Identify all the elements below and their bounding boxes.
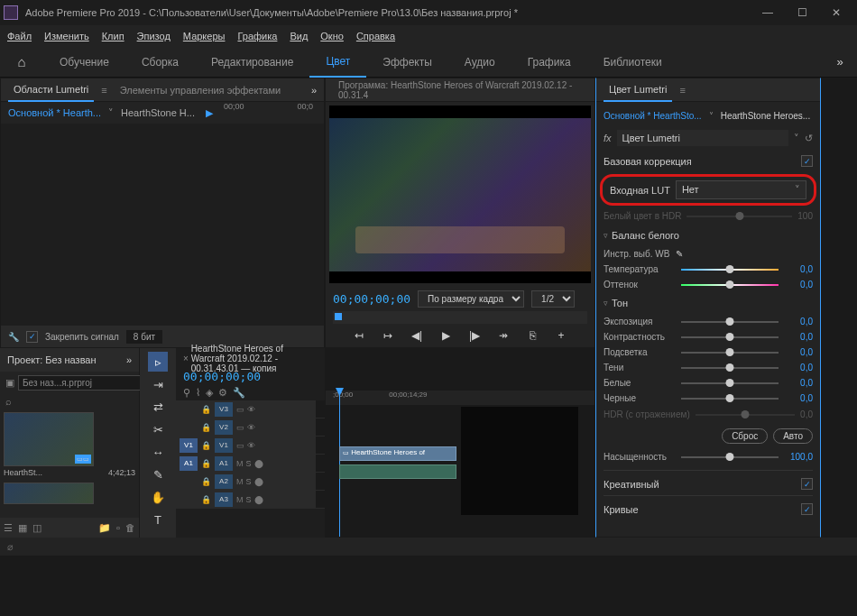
track-a2[interactable]: A2 <box>215 474 233 489</box>
timeline-content[interactable]: ;00;0000;00;14;29 ▭ HearthStone Heroes o… <box>325 348 595 538</box>
project-overflow[interactable]: » <box>126 354 132 365</box>
exposure-value[interactable]: 0,0 <box>784 317 813 326</box>
curves-header[interactable]: Кривые <box>604 504 639 515</box>
panel-menu-icon[interactable]: ≡ <box>101 85 106 96</box>
solo-icon[interactable]: S <box>246 459 252 468</box>
temperature-slider[interactable] <box>681 269 779 271</box>
lumetri-scopes-tab[interactable]: Области Lumetri <box>8 78 94 102</box>
bin-icon[interactable]: ▣ <box>5 377 14 389</box>
menu-sequence[interactable]: Эпизод <box>137 31 170 41</box>
track-select-tool-icon[interactable]: ⇥ <box>148 374 168 394</box>
shadows-slider[interactable] <box>681 367 779 369</box>
project-thumbnail[interactable] <box>4 483 94 504</box>
project-tab[interactable]: Проект: Без назван <box>7 354 97 365</box>
link-icon[interactable]: ⌀ <box>7 541 14 553</box>
new-bin-icon[interactable]: 📁 <box>98 522 111 534</box>
wrench-icon[interactable]: 🔧 <box>233 387 245 399</box>
fx-name[interactable]: Цвет Lumetri <box>617 130 788 146</box>
toggle-output-icon[interactable]: ▭ <box>236 423 244 432</box>
play-icon[interactable]: ▶ <box>437 329 455 342</box>
saturation-value[interactable]: 100,0 <box>784 452 813 462</box>
contrast-value[interactable]: 0,0 <box>784 332 813 342</box>
ws-graphics[interactable]: Графика <box>511 47 587 78</box>
solo-icon[interactable]: S <box>246 495 252 504</box>
ws-libraries[interactable]: Библиотеки <box>587 47 678 78</box>
menu-file[interactable]: Файл <box>7 31 32 41</box>
fx-reset-icon[interactable]: ↺ <box>805 133 813 144</box>
lock-icon[interactable]: 🔒 <box>201 477 211 486</box>
hand-tool-icon[interactable]: ✋ <box>148 487 168 507</box>
fx-dropdown-icon[interactable]: ˅ <box>794 133 799 144</box>
fit-select[interactable]: По размеру кадра <box>418 290 524 308</box>
basic-correction-checkbox[interactable]: ✓ <box>801 155 813 167</box>
mute-icon[interactable]: M <box>236 477 244 486</box>
track-v3[interactable]: V3 <box>215 402 233 417</box>
export-frame-icon[interactable]: ⎘ <box>523 329 541 342</box>
step-back-icon[interactable]: ◀| <box>408 329 426 342</box>
master-clip-link[interactable]: Основной * Hearth... <box>8 107 101 118</box>
project-search-input[interactable] <box>18 375 142 391</box>
ripple-edit-tool-icon[interactable]: ⇄ <box>148 397 168 417</box>
voiceover-icon[interactable]: ⬤ <box>254 477 263 486</box>
creative-checkbox[interactable]: ✓ <box>801 478 813 490</box>
ws-color[interactable]: Цвет <box>309 47 366 78</box>
track-a3[interactable]: A3 <box>215 492 233 507</box>
tone-header[interactable]: Тон <box>604 292 813 314</box>
saturation-slider[interactable] <box>681 456 779 458</box>
mute-icon[interactable]: M <box>236 459 244 468</box>
close-button[interactable]: ✕ <box>819 0 853 25</box>
lock-icon[interactable]: 🔒 <box>201 405 211 414</box>
solo-icon[interactable]: S <box>246 477 252 486</box>
linked-selection-icon[interactable]: ⌇ <box>196 387 200 399</box>
eye-icon[interactable]: 👁 <box>247 405 255 414</box>
lock-icon[interactable]: 🔒 <box>201 459 211 468</box>
goto-out-icon[interactable]: ↠ <box>494 329 512 342</box>
eye-icon[interactable]: 👁 <box>247 441 255 450</box>
ws-effects[interactable]: Эффекты <box>366 47 448 78</box>
menu-edit[interactable]: Изменить <box>44 31 89 41</box>
ws-learn[interactable]: Обучение <box>43 47 125 78</box>
ws-audio[interactable]: Аудио <box>448 47 511 78</box>
toggle-output-icon[interactable]: ▭ <box>236 441 244 450</box>
menu-help[interactable]: Справка <box>356 31 395 41</box>
program-timecode[interactable]: 00;00;00;00 <box>333 292 410 306</box>
menu-view[interactable]: Вид <box>290 31 308 41</box>
list-view-icon[interactable]: ☰ <box>4 522 13 534</box>
zoom-select[interactable]: 1/2 <box>531 290 575 308</box>
ws-assembly[interactable]: Сборка <box>125 47 195 78</box>
voiceover-icon[interactable]: ⬤ <box>254 459 263 468</box>
slip-tool-icon[interactable]: ↔ <box>148 442 168 462</box>
razor-tool-icon[interactable]: ✂ <box>148 419 168 439</box>
track-a1[interactable]: A1 <box>215 456 233 471</box>
auto-button[interactable]: Авто <box>773 428 813 444</box>
add-button-icon[interactable]: + <box>552 329 570 342</box>
playhead-marker-icon[interactable]: ▶ <box>206 107 213 119</box>
tint-value[interactable]: 0,0 <box>784 280 813 290</box>
menu-window[interactable]: Окно <box>320 31 344 41</box>
home-icon[interactable]: ⌂ <box>0 47 43 78</box>
freeform-view-icon[interactable]: ◫ <box>32 522 41 534</box>
exposure-slider[interactable] <box>681 321 779 323</box>
video-clip[interactable]: ▭ HearthStone Heroes of <box>339 446 456 461</box>
project-thumbnail[interactable]: ▭▭ <box>4 412 94 466</box>
ws-editing[interactable]: Редактирование <box>195 47 309 78</box>
step-fwd-icon[interactable]: |▶ <box>465 329 484 342</box>
icon-view-icon[interactable]: ▦ <box>18 522 27 534</box>
lumetri-tab[interactable]: Цвет Lumetri <box>604 78 672 102</box>
lock-icon[interactable]: 🔒 <box>201 495 211 504</box>
lock-icon[interactable]: 🔒 <box>201 423 211 432</box>
toggle-output-icon[interactable]: ▭ <box>236 405 244 414</box>
maximize-button[interactable]: ☐ <box>785 0 819 25</box>
effect-controls-tab[interactable]: Элементы управления эффектами <box>115 78 286 102</box>
temperature-value[interactable]: 0,0 <box>784 264 813 274</box>
menu-graphics[interactable]: Графика <box>237 31 277 41</box>
ec-mini-timeline[interactable]: 00;00 00;0 <box>220 102 317 124</box>
tint-slider[interactable] <box>681 284 779 286</box>
eyedropper-icon[interactable]: ✎ <box>676 249 683 259</box>
track-v2[interactable]: V2 <box>215 420 233 435</box>
lumetri-menu-icon[interactable]: ≡ <box>679 85 685 96</box>
ws-overflow[interactable]: » <box>823 55 857 69</box>
trash-icon[interactable]: 🗑 <box>125 522 135 533</box>
tab-overflow[interactable]: » <box>311 85 317 96</box>
white-balance-header[interactable]: Баланс белого <box>604 225 813 246</box>
